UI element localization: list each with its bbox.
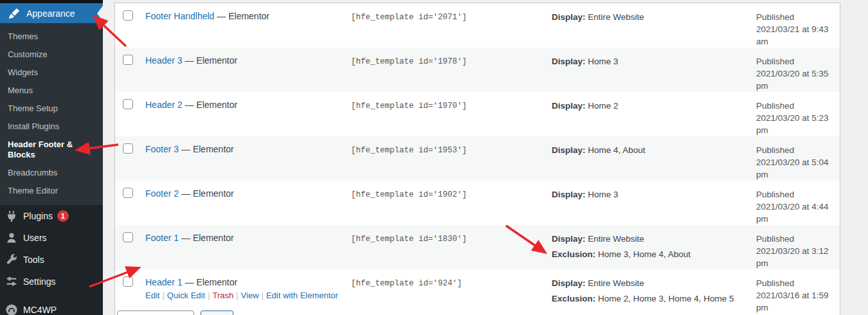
action-separator: | — [236, 291, 238, 300]
table-row: Footer 1 — Elementor [hfe_template id='1… — [115, 225, 840, 269]
row-action-view[interactable]: View — [241, 291, 259, 300]
action-separator: | — [262, 291, 264, 300]
sidebar-item-label: Users — [23, 233, 47, 243]
row-checkbox[interactable] — [123, 143, 133, 154]
display-rules-cell: Display: Entire Website — [544, 3, 750, 48]
sidebar-item-label: MC4WP — [23, 305, 57, 315]
row-action-edit[interactable]: Edit — [145, 291, 159, 300]
display-rules-cell: Display: Home 3 — [544, 181, 750, 225]
sidebar-item-plugins[interactable]: Plugins1 — [0, 205, 103, 227]
template-title-link[interactable]: Header 2 — [145, 100, 183, 110]
table-row: Header 3 — Elementor [hfe_template id='1… — [115, 48, 840, 92]
table-row: Footer Handlheld — Elementor [hfe_templa… — [115, 3, 840, 48]
templates-list-table: Footer Handlheld — Elementor [hfe_templa… — [114, 3, 840, 315]
date-cell: Published 2021/03/20 at 4:44 pm — [750, 181, 840, 225]
display-rules-cell: Display: Home 3 — [544, 48, 750, 92]
sidebar-submenu-item[interactable]: Theme Setup — [0, 100, 103, 118]
tools-icon — [5, 253, 18, 266]
plugins-icon — [5, 210, 18, 222]
row-action-quick-edit[interactable]: Quick Edit — [167, 291, 205, 300]
title-suffix: — Elementor — [179, 233, 234, 243]
sidebar-item-settings[interactable]: Settings — [0, 271, 103, 292]
row-checkbox[interactable] — [123, 99, 133, 109]
row-checkbox[interactable] — [123, 188, 133, 198]
sidebar-submenu-item[interactable]: Widgets — [0, 64, 103, 82]
bulk-actions-select[interactable] — [117, 310, 194, 315]
sidebar-item-tools[interactable]: Tools — [0, 249, 103, 271]
paintbrush-icon — [8, 7, 21, 20]
current-menu-arrow — [97, 6, 103, 21]
display-rules-cell: Display: Entire Website Exclusion: Home … — [544, 225, 750, 269]
users-icon — [5, 231, 18, 244]
row-checkbox[interactable] — [123, 232, 133, 242]
display-rules-cell: Display: Home 2 — [544, 92, 750, 136]
title-suffix: — Elementor — [179, 188, 234, 199]
template-title-link[interactable]: Header 3 — [145, 55, 183, 66]
row-checkbox[interactable] — [123, 10, 133, 21]
template-title-link[interactable]: Header 1 — [145, 277, 183, 287]
shortcode-text: [hfe_template id='924'] — [345, 269, 544, 315]
sidebar-submenu-item[interactable]: Theme Editor — [0, 182, 103, 200]
row-checkbox[interactable] — [123, 276, 133, 287]
shortcode-text: [hfe_template id='1830'] — [345, 225, 544, 269]
admin-main-menu: Plugins1UsersToolsSettingsMC4WP — [0, 205, 103, 315]
shortcode-text: [hfe_template id='1978'] — [345, 48, 544, 92]
appearance-submenu: ThemesCustomizeWidgetsMenusTheme SetupIn… — [0, 23, 103, 205]
table-row: Header 2 — Elementor [hfe_template id='1… — [115, 92, 840, 136]
date-cell: Published 2021/03/16 at 1:59 pm — [750, 269, 840, 315]
admin-sidebar: Appearance ThemesCustomizeWidgetsMenusTh… — [0, 0, 103, 315]
template-title-link[interactable]: Footer 1 — [145, 233, 179, 243]
row-action-edit-with-elementor[interactable]: Edit with Elementor — [266, 291, 338, 300]
table-row: Footer 2 — Elementor [hfe_template id='1… — [115, 181, 840, 225]
display-rules-cell: Display: Entire Website Exclusion: Home … — [544, 269, 750, 315]
title-suffix: — Elementor — [179, 144, 234, 154]
admin-content: Footer Handlheld — Elementor [hfe_templa… — [103, 0, 868, 315]
table-row: Footer 3 — Elementor [hfe_template id='1… — [115, 136, 840, 181]
template-title-link[interactable]: Footer 2 — [145, 188, 179, 199]
row-checkbox[interactable] — [123, 55, 133, 65]
display-rules-cell: Display: Home 4, About — [544, 136, 750, 181]
date-cell: Published 2021/03/20 at 5:04 pm — [750, 136, 840, 181]
row-actions: Edit|Quick Edit|Trash|View|Edit with Ele… — [145, 291, 338, 300]
mc4wp-icon — [5, 303, 18, 315]
title-suffix: — Elementor — [214, 11, 269, 21]
sidebar-item-appearance[interactable]: Appearance — [0, 3, 103, 23]
apply-button[interactable] — [201, 310, 233, 315]
date-cell: Published 2021/03/20 at 5:35 pm — [750, 48, 840, 92]
sidebar-submenu-item[interactable]: Breadcrumbs — [0, 164, 103, 182]
sidebar-submenu-item[interactable]: Menus — [0, 82, 103, 100]
template-title-link[interactable]: Footer Handlheld — [145, 11, 214, 21]
title-suffix: — Elementor — [183, 100, 238, 110]
shortcode-text: [hfe_template id='1902'] — [345, 181, 544, 225]
sidebar-item-mc4wp[interactable]: MC4WP — [0, 299, 103, 315]
shortcode-text: [hfe_template id='2071'] — [345, 3, 544, 48]
table-row: Header 1 — Elementor Edit|Quick Edit|Tra… — [115, 269, 840, 315]
date-cell: Published 2021/03/20 at 5:23 pm — [750, 92, 840, 136]
action-separator: | — [208, 291, 210, 300]
template-title-link[interactable]: Footer 3 — [145, 144, 179, 154]
sidebar-submenu-item[interactable]: Install Plugins — [0, 118, 103, 136]
sidebar-item-users[interactable]: Users — [0, 227, 103, 249]
sidebar-submenu-item[interactable]: Themes — [0, 28, 103, 46]
action-separator: | — [162, 291, 164, 300]
shortcode-text: [hfe_template id='1970'] — [345, 92, 544, 136]
sidebar-submenu-item[interactable]: Customize — [0, 46, 103, 64]
title-suffix: — Elementor — [183, 277, 238, 287]
date-cell: Published 2021/03/20 at 3:12 pm — [750, 225, 840, 269]
settings-icon — [5, 275, 18, 288]
update-count-badge: 1 — [57, 210, 69, 222]
sidebar-submenu-item[interactable]: Header Footer & Blocks — [0, 136, 103, 164]
sidebar-item-label: Tools — [23, 255, 44, 265]
shortcode-text: [hfe_template id='1953'] — [345, 136, 544, 181]
title-suffix: — Elementor — [183, 55, 238, 66]
row-action-trash[interactable]: Trash — [212, 291, 233, 300]
date-cell: Published 2021/03/21 at 9:43 am — [750, 3, 840, 48]
sidebar-item-label: Settings — [23, 276, 56, 287]
sidebar-item-label: Appearance — [26, 8, 75, 19]
sidebar-item-label: Plugins — [23, 211, 53, 221]
